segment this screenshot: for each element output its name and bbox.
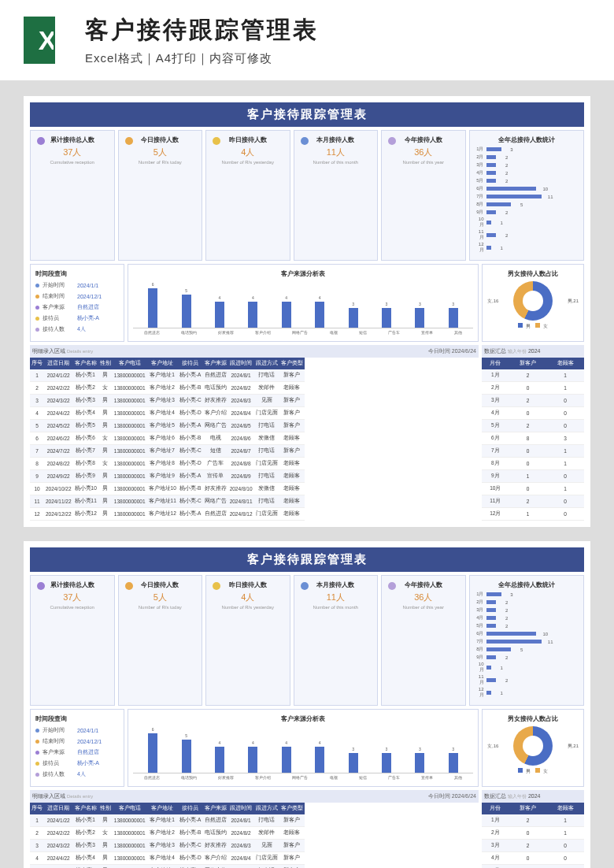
- stat-label: 今年接待人数: [385, 135, 462, 144]
- table-header: 新客户: [509, 358, 547, 369]
- main-table-header: 明细录入区域 Details entry今日时间 2024/6/24: [30, 790, 479, 803]
- bar: [349, 753, 358, 773]
- stat-sub: Number of this year: [385, 605, 462, 610]
- query-row: 接待人数4人: [35, 770, 119, 778]
- bar: [349, 308, 358, 328]
- yearly-bar: 7月11: [475, 638, 579, 645]
- query-dot-icon: [35, 773, 39, 777]
- stat-sub: Number of R/s yesterday: [209, 160, 287, 165]
- table-row: 82024/8/22杨小亮8女13800000001客户地址8杨小亮-D广告车2…: [30, 458, 305, 470]
- page-subtitle: Excel格式｜A4打印｜内容可修改: [85, 51, 319, 66]
- side-data-table: 月份新客户老顾客1月212月013月204月005月206月837月018月01…: [482, 803, 584, 868]
- query-dot-icon: [35, 729, 39, 733]
- bar: [449, 308, 458, 328]
- stat-value: 11人: [298, 147, 375, 158]
- query-row: 接待员杨小亮-A: [35, 759, 119, 767]
- table-row: 5月20: [482, 865, 584, 869]
- yearly-bar: 8月5: [475, 646, 579, 653]
- stat-card-year: 今年接待人数 36人 Number of this year: [381, 130, 466, 261]
- stat-sub: Number of R/s yesterday: [209, 605, 287, 610]
- bar-chart-title: 客户来源分析表: [133, 714, 473, 723]
- stat-card-year: 今年接待人数 36人 Number of this year: [381, 575, 466, 706]
- query-dot-icon: [35, 306, 39, 310]
- spreadsheet-sheet: 客户接待跟踪管理表 累计接待总人数 37人 Cumulative recepti…: [24, 541, 590, 868]
- table-row: 10月01: [482, 483, 584, 495]
- bar: [148, 288, 157, 328]
- stat-dot-icon: [213, 137, 220, 145]
- side-data-table: 月份新客户老顾客1月212月013月204月005月206月837月018月01…: [482, 358, 584, 521]
- dashboard: 时间段查询开始时间2024/1/1结束时间2024/12/1客户来源自然进店接待…: [30, 709, 584, 787]
- stat-card-today: 今日接待人数 5人 Number of R/s today: [118, 130, 203, 261]
- query-dot-icon: [35, 328, 39, 332]
- gender-pie-chart: 男女接待人数占比 女,16 男,21 男 女: [482, 709, 584, 787]
- bar: [282, 747, 291, 773]
- bar: [415, 308, 424, 328]
- bar: [315, 747, 324, 773]
- bar: [215, 302, 224, 328]
- stat-sub: Number of this year: [385, 160, 462, 165]
- main-data-table: 序号进店日期客户名称性别客户电话客户地址接待员客户来源跟进时间跟进方式客户类型1…: [30, 803, 305, 868]
- yearly-chart: 1月32月23月24月25月26月107月118月59月210月111月212月…: [473, 144, 581, 255]
- spreadsheet-sheet: 客户接待跟踪管理表 累计接待总人数 37人 Cumulative recepti…: [24, 96, 590, 527]
- stat-card-total: 累计接待总人数 37人 Cumulative reception: [30, 575, 115, 706]
- table-header: 客户来源: [203, 358, 228, 369]
- table-row: 42024/4/22杨小亮4男13800000001客户地址4杨小亮-D客户介绍…: [30, 407, 305, 420]
- table-header: 序号: [30, 803, 44, 814]
- table-row: 22024/2/22杨小亮2女13800000001客户地址2杨小亮-B电话预约…: [30, 382, 305, 395]
- yearly-bar: 4月2: [475, 169, 579, 176]
- stat-label: 今年接待人数: [385, 581, 462, 589]
- table-header: 进店日期: [44, 803, 73, 814]
- table-row: 1月21: [482, 814, 584, 827]
- dashboard: 时间段查询开始时间2024/1/1结束时间2024/12/1客户来源自然进店接待…: [30, 264, 584, 342]
- table-header: 新客户: [509, 803, 547, 814]
- donut-icon: [513, 281, 553, 321]
- table-row: 2月01: [482, 382, 584, 395]
- bar: [215, 747, 224, 773]
- table-header: 客户地址: [147, 803, 178, 814]
- table-header: 老顾客: [546, 358, 584, 369]
- preview-area: 客户接待跟踪管理表 累计接待总人数 37人 Cumulative recepti…: [0, 80, 614, 868]
- bar: [182, 295, 191, 328]
- table-header: 老顾客: [546, 803, 584, 814]
- stat-dot-icon: [388, 582, 396, 590]
- stat-card-total: 累计接待总人数 37人 Cumulative reception: [30, 130, 115, 261]
- yearly-bar: 1月3: [475, 591, 579, 598]
- table-row: 7月01: [482, 445, 584, 458]
- table-header: 接待员: [178, 358, 203, 369]
- query-dot-icon: [35, 317, 39, 321]
- stat-card-month: 本月接待人数 11人 Number of this month: [294, 575, 379, 706]
- bar-chart-title: 客户来源分析表: [133, 269, 473, 278]
- stat-card-today: 今日接待人数 5人 Number of R/s today: [118, 575, 203, 706]
- stat-value: 11人: [298, 592, 375, 603]
- table-header: 跟进方式: [254, 803, 279, 814]
- stats-row: 累计接待总人数 37人 Cumulative reception 今日接待人数 …: [30, 575, 584, 706]
- table-row: 52024/5/22杨小亮5男13800000001客户地址5杨小亮-A网络广告…: [30, 420, 305, 432]
- donut-icon: [513, 726, 553, 766]
- table-header: 客户来源: [203, 803, 228, 814]
- table-header: 进店日期: [44, 358, 73, 369]
- sheet-title: 客户接待跟踪管理表: [30, 102, 584, 127]
- table-row: 3月20: [482, 395, 584, 407]
- table-row: 122024/12/22杨小亮12男13800000001客户地址12杨小亮-A…: [30, 508, 305, 521]
- table-row: 52024/5/22杨小亮5男13800000001客户地址5杨小亮-A网络广告…: [30, 865, 305, 869]
- stat-value: 36人: [385, 147, 462, 158]
- query-dot-icon: [35, 295, 39, 299]
- stat-dot-icon: [125, 137, 133, 145]
- table-header: 月份: [482, 358, 509, 369]
- stat-card-yesterday: 昨日接待人数 4人 Number of R/s yesterday: [205, 575, 290, 706]
- table-row: 92024/9/22杨小亮9男13800000001客户地址9杨小亮-A宣传单2…: [30, 470, 305, 483]
- stat-label: 昨日接待人数: [209, 135, 287, 144]
- yearly-bar: 2月2: [475, 154, 579, 161]
- stat-sub: Cumulative reception: [34, 605, 111, 610]
- table-header: 月份: [482, 803, 509, 814]
- query-title: 时间段查询: [35, 714, 119, 723]
- yearly-title: 全年总接待人数统计: [473, 581, 581, 589]
- bar: [315, 302, 324, 328]
- table-row: 3月20: [482, 840, 584, 852]
- table-header: 客户电话: [113, 358, 147, 369]
- yearly-bar: 12月1: [475, 242, 579, 254]
- bar: [382, 308, 391, 328]
- main-table-header: 明细录入区域 Details entry今日时间 2024/6/24: [30, 345, 479, 358]
- bar: [415, 753, 424, 773]
- yearly-bar: 9月2: [475, 654, 579, 661]
